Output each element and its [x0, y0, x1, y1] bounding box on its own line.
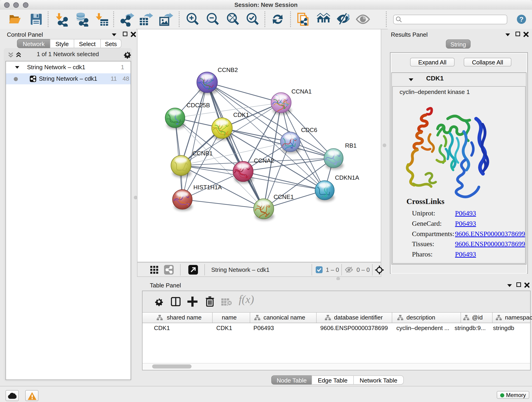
- svg-text:CCNA2: CCNA2: [254, 157, 274, 164]
- svg-text:HIST1H1A: HIST1H1A: [193, 184, 222, 191]
- svg-text:?: ?: [519, 15, 524, 23]
- svg-text:RB1: RB1: [345, 142, 357, 149]
- svg-text:CCNE1: CCNE1: [273, 193, 294, 200]
- svg-text:CDKN1A: CDKN1A: [335, 174, 359, 181]
- svg-text:CDC25B: CDC25B: [186, 102, 210, 109]
- svg-text:CCNB2: CCNB2: [218, 66, 238, 73]
- svg-text:CCNB1: CCNB1: [192, 150, 213, 157]
- svg-text:CCNA1: CCNA1: [291, 88, 312, 95]
- svg-text:CDC6: CDC6: [301, 127, 317, 133]
- svg-text:CDK1: CDK1: [233, 111, 249, 118]
